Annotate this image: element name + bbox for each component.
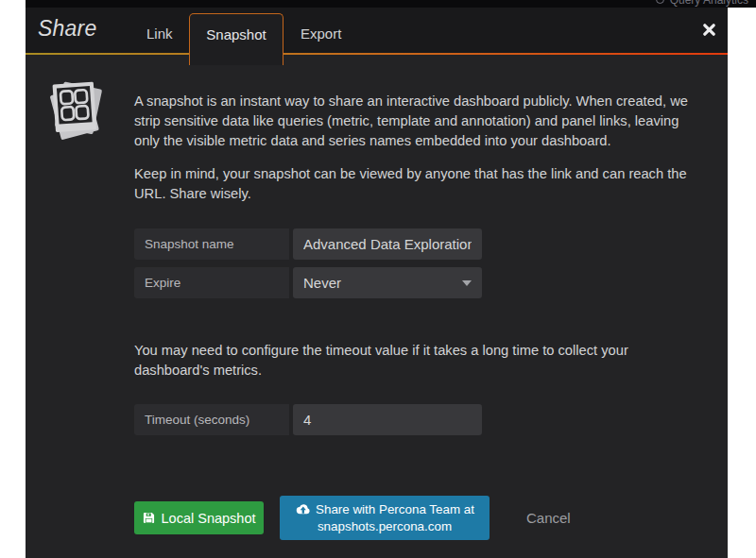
snapshot-warning: Keep in mind, your snapshot can be viewe… — [134, 164, 701, 204]
page-title: Share — [38, 16, 96, 42]
snapshot-name-label: Snapshot name — [134, 228, 289, 260]
cancel-button[interactable]: Cancel — [521, 509, 576, 527]
timeout-row: Timeout (seconds) — [134, 404, 482, 435]
share-percona-label: Share with Percona Team at snapshots.per… — [316, 502, 474, 533]
timeout-input[interactable] — [293, 404, 482, 435]
snapshot-stack-icon — [49, 80, 104, 141]
close-button[interactable] — [701, 22, 716, 37]
share-modal-header: Share Link Snapshot Export — [26, 8, 728, 53]
snapshot-name-input[interactable] — [293, 228, 482, 260]
timeout-label: Timeout (seconds) — [134, 404, 289, 435]
snapshot-name-row: Snapshot name — [134, 228, 482, 260]
close-icon — [703, 24, 715, 36]
share-modal: Share Link Snapshot Export A snapshot is… — [26, 8, 728, 558]
breadcrumb-label: Query Analytics — [670, 0, 748, 7]
caret-down-icon — [462, 280, 472, 286]
snapshot-description: A snapshot is an instant way to share an… — [134, 92, 701, 151]
snapshot-tab-panel: A snapshot is an instant way to share an… — [26, 55, 728, 558]
query-analytics-icon — [656, 0, 664, 4]
local-snapshot-label: Local Snapshot — [162, 511, 256, 526]
share-percona-button[interactable]: Share with Percona Team at snapshots.per… — [280, 496, 490, 540]
expire-select[interactable]: Never — [293, 267, 482, 298]
expire-selected-value: Never — [303, 275, 341, 291]
tab-link[interactable]: Link — [146, 25, 173, 42]
header-accent-line — [26, 53, 728, 55]
tab-snapshot[interactable]: Snapshot — [189, 13, 284, 65]
timeout-note: You may need to configure the timeout va… — [134, 341, 701, 380]
cloud-upload-icon — [295, 503, 311, 516]
local-snapshot-button[interactable]: Local Snapshot — [134, 501, 264, 534]
expire-label: Expire — [134, 267, 289, 298]
expire-row: Expire Never — [134, 267, 482, 298]
save-icon — [143, 512, 155, 524]
top-navbar: Query Analytics — [26, 0, 756, 8]
tab-export[interactable]: Export — [301, 25, 341, 42]
breadcrumb[interactable]: Query Analytics — [656, 0, 748, 7]
